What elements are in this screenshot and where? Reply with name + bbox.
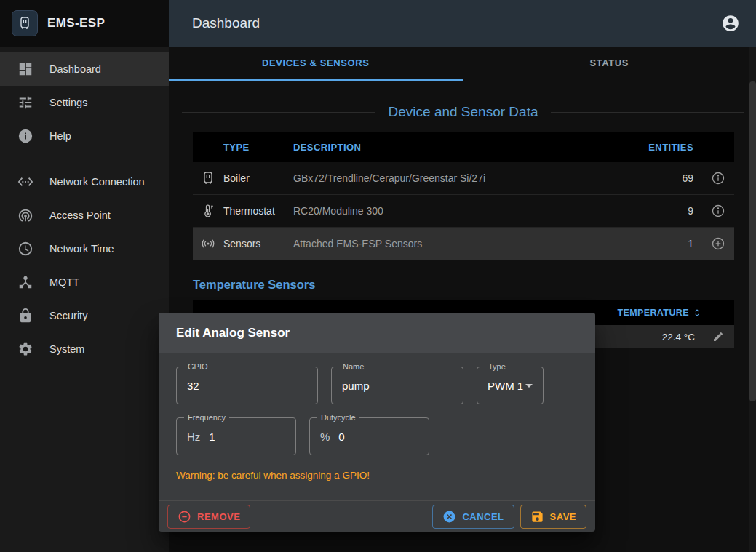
sidebar-item-label: Access Point bbox=[49, 209, 111, 221]
device-description: GBx72/Trendline/Cerapur/Greenstar Si/27i bbox=[293, 172, 644, 184]
section-title: Device and Sensor Data bbox=[182, 104, 744, 120]
col-header-description: DESCRIPTION bbox=[293, 142, 644, 153]
cancel-button-label: CANCEL bbox=[462, 511, 504, 522]
save-button[interactable]: SAVE bbox=[520, 505, 586, 529]
device-table-header: TYPE DESCRIPTION ENTITIES bbox=[193, 132, 734, 162]
name-field-label: Name bbox=[339, 362, 367, 371]
info-icon[interactable] bbox=[711, 171, 725, 185]
cancel-icon bbox=[442, 510, 456, 524]
save-button-label: SAVE bbox=[550, 511, 576, 522]
edit-analog-sensor-dialog: Edit Analog Sensor GPIO 32 Name pump Typ… bbox=[159, 313, 595, 532]
device-entities: 1 bbox=[688, 238, 702, 249]
ethernet-icon bbox=[17, 174, 33, 190]
tab-devices-sensors[interactable]: DEVICES & SENSORS bbox=[169, 47, 463, 81]
frequency-field[interactable]: Frequency Hz 1 bbox=[176, 417, 296, 455]
boiler-logo-icon bbox=[17, 16, 32, 31]
account-circle-icon bbox=[721, 14, 740, 33]
remove-button[interactable]: REMOVE bbox=[167, 505, 250, 529]
sidebar-item-mqtt[interactable]: MQTT bbox=[0, 265, 169, 299]
lock-icon bbox=[17, 308, 33, 324]
clock-icon bbox=[17, 241, 33, 257]
device-row-thermostat[interactable]: Thermostat RC20/Moduline 300 9 bbox=[193, 195, 734, 228]
gpio-warning-text: Warning: be careful when assigning a GPI… bbox=[176, 470, 578, 481]
gpio-field[interactable]: GPIO 32 bbox=[176, 367, 318, 404]
device-row-sensors[interactable]: Sensors Attached EMS-ESP Sensors 1 bbox=[193, 228, 734, 260]
frequency-field-value: 1 bbox=[209, 431, 215, 443]
sidebar: EMS-ESP Dashboard Settings Help Network … bbox=[0, 0, 169, 552]
dutycycle-field-label: Dutycycle bbox=[317, 413, 359, 422]
dutycycle-unit: % bbox=[320, 431, 330, 443]
sidebar-item-label: MQTT bbox=[49, 276, 79, 288]
device-entities: 69 bbox=[682, 172, 702, 184]
device-type: Thermostat bbox=[223, 205, 293, 217]
dutycycle-field[interactable]: Dutycycle % 0 bbox=[309, 417, 429, 455]
sidebar-item-access-point[interactable]: Access Point bbox=[0, 199, 169, 232]
dialog-body: GPIO 32 Name pump Type PWM 1 Frequency H… bbox=[159, 353, 595, 481]
device-type: Boiler bbox=[223, 172, 293, 184]
app-title: EMS-ESP bbox=[47, 16, 105, 31]
add-circle-icon[interactable] bbox=[711, 236, 725, 251]
sidebar-item-label: Security bbox=[49, 310, 87, 321]
sidebar-item-help[interactable]: Help bbox=[0, 119, 169, 153]
gear-icon bbox=[17, 341, 33, 357]
wifi-tethering-icon bbox=[17, 207, 33, 223]
sidebar-item-settings[interactable]: Settings bbox=[0, 86, 169, 119]
tune-icon bbox=[17, 95, 33, 111]
hub-icon bbox=[17, 274, 33, 290]
appbar: Dashboard bbox=[169, 0, 756, 47]
name-field-value: pump bbox=[342, 380, 370, 392]
sidebar-item-system[interactable]: System bbox=[0, 332, 169, 366]
sensors-icon bbox=[201, 236, 215, 251]
chevron-down-icon bbox=[525, 384, 533, 388]
temperature-value: 22.4 °C bbox=[662, 332, 702, 343]
type-select-label: Type bbox=[485, 362, 509, 371]
col-header-entities: ENTITIES bbox=[648, 142, 702, 153]
cancel-button[interactable]: CANCEL bbox=[432, 505, 514, 529]
gpio-field-label: GPIO bbox=[184, 362, 212, 371]
device-row-boiler[interactable]: Boiler GBx72/Trendline/Cerapur/Greenstar… bbox=[193, 162, 734, 195]
type-select-value: PWM 1 bbox=[488, 380, 523, 392]
sidebar-item-network-time[interactable]: Network Time bbox=[0, 232, 169, 265]
sidebar-item-label: Settings bbox=[49, 97, 87, 108]
sidebar-item-label: Network Connection bbox=[49, 176, 145, 188]
dialog-title: Edit Analog Sensor bbox=[159, 313, 595, 353]
info-icon[interactable] bbox=[711, 204, 725, 218]
type-select[interactable]: Type PWM 1 bbox=[477, 367, 544, 404]
frequency-unit: Hz bbox=[187, 431, 200, 443]
app-logo bbox=[12, 10, 38, 36]
page: EMS-ESP Dashboard Settings Help Network … bbox=[0, 0, 756, 552]
sort-icon bbox=[692, 308, 702, 318]
col-header-temperature[interactable]: TEMPERATURE bbox=[617, 308, 702, 318]
sidebar-item-label: Help bbox=[49, 130, 71, 142]
sidebar-nav: Dashboard Settings Help Network Connecti… bbox=[0, 47, 169, 366]
device-entities: 9 bbox=[688, 205, 702, 217]
temperature-header-label: TEMPERATURE bbox=[617, 308, 689, 318]
info-icon bbox=[17, 128, 33, 144]
thermostat-icon bbox=[201, 204, 215, 218]
sidebar-item-network-connection[interactable]: Network Connection bbox=[0, 165, 169, 199]
gpio-field-value: 32 bbox=[187, 380, 199, 392]
tab-bar: DEVICES & SENSORS STATUS bbox=[169, 47, 756, 81]
sidebar-divider bbox=[0, 159, 169, 159]
device-description: RC20/Moduline 300 bbox=[293, 205, 644, 217]
sidebar-item-label: Network Time bbox=[49, 243, 114, 255]
frequency-field-label: Frequency bbox=[184, 413, 229, 422]
page-title: Dashboard bbox=[192, 15, 721, 31]
remove-button-label: REMOVE bbox=[197, 511, 240, 522]
sidebar-item-security[interactable]: Security bbox=[0, 299, 169, 332]
edit-pencil-icon[interactable] bbox=[712, 331, 724, 343]
save-icon bbox=[530, 510, 544, 524]
name-field[interactable]: Name pump bbox=[331, 367, 463, 404]
tab-status[interactable]: STATUS bbox=[463, 47, 756, 81]
sidebar-item-dashboard[interactable]: Dashboard bbox=[0, 52, 169, 86]
scrollbar-thumb[interactable] bbox=[749, 81, 756, 401]
device-description: Attached EMS-ESP Sensors bbox=[293, 238, 644, 249]
sidebar-header: EMS-ESP bbox=[0, 0, 169, 47]
dialog-actions: REMOVE CANCEL SAVE bbox=[159, 500, 595, 532]
account-button[interactable] bbox=[721, 14, 740, 33]
dashboard-icon bbox=[17, 61, 33, 77]
boiler-icon bbox=[201, 171, 215, 185]
remove-circle-icon bbox=[178, 510, 191, 524]
temperature-sensors-title: Temperature Sensors bbox=[193, 278, 756, 292]
scrollbar-track bbox=[749, 47, 756, 552]
